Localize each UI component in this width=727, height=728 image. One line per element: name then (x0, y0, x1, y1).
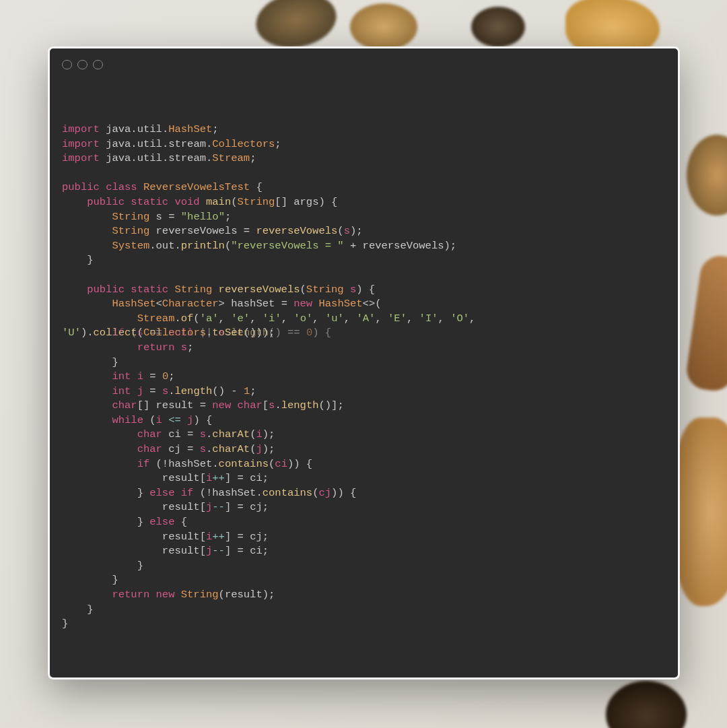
code-line: return s; (62, 341, 193, 354)
code-line: import java.util.HashSet; (62, 123, 219, 135)
decor-blob (673, 418, 727, 606)
code-line: result[j--] = cj; (62, 501, 269, 513)
decor-blob (252, 0, 341, 54)
window-titlebar (50, 48, 678, 81)
code-line: import java.util.stream.Collectors; (62, 138, 281, 150)
code-line: System.out.println("reverseVowels = " + … (62, 240, 456, 252)
code-line: import java.util.stream.Stream; (62, 152, 256, 164)
decor-blob (684, 253, 727, 393)
code-line: } else { (62, 516, 187, 528)
code-line: String s = "hello"; (62, 211, 231, 223)
code-line: } (62, 618, 68, 630)
code-line: } (62, 254, 94, 266)
code-line-overlap: 'U').collect(Collectors.toSet())); if (s… (62, 327, 275, 339)
code-line: } (62, 560, 143, 572)
decor-blob (606, 681, 687, 728)
code-area: import java.util.HashSet; import java.ut… (50, 81, 678, 644)
code-line: HashSet<Character> hashSet = new HashSet… (62, 298, 382, 310)
code-line: result[i++] = ci; (62, 472, 269, 484)
code-line: } else if (!hashSet.contains(cj)) { (62, 487, 356, 499)
code-line: return new String(result); (62, 589, 275, 601)
code-line: int j = s.length() - 1; (62, 385, 256, 397)
traffic-light-close-icon[interactable] (62, 60, 72, 70)
code-line: char cj = s.charAt(j); (62, 443, 275, 455)
code-line: char ci = s.charAt(i); (62, 428, 275, 440)
traffic-light-minimize-icon[interactable] (77, 60, 88, 70)
code-line: char[] result = new char[s.length()]; (62, 399, 344, 411)
code-line: result[i++] = cj; (62, 531, 269, 543)
code-line: public static void main(String[] args) { (62, 196, 337, 208)
code-window: import java.util.HashSet; import java.ut… (48, 46, 680, 680)
code-line: String reverseVowels = reverseVowels(s); (62, 225, 363, 237)
traffic-light-zoom-icon[interactable] (93, 60, 103, 70)
code-line: } (62, 603, 94, 616)
code-line: if (!hashSet.contains(ci)) { (62, 458, 312, 470)
code-line: public static String reverseVowels(Strin… (62, 284, 375, 296)
decor-blob (687, 135, 727, 216)
code-line: int i = 0; (62, 370, 175, 383)
code-line: result[j--] = ci; (62, 545, 269, 557)
decor-blob (471, 7, 525, 47)
decor-blob (350, 3, 417, 51)
code-line: Stream.of('a', 'e', 'i', 'o', 'u', 'A', … (62, 312, 475, 325)
code-line: public class ReverseVowelsTest { (62, 181, 263, 193)
code-line: } (62, 574, 118, 586)
code-line: while (i <= j) { (62, 414, 212, 426)
code-line: } (62, 356, 118, 368)
